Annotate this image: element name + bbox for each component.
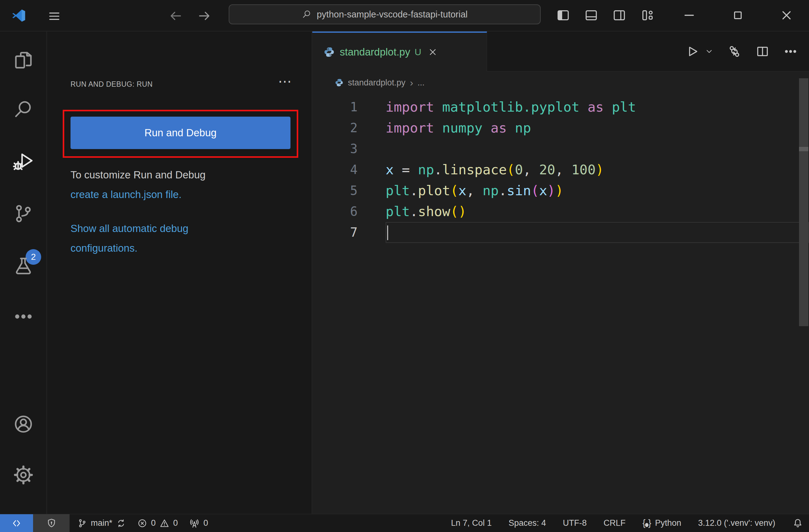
problems-item[interactable]: 0 0 [137,514,178,532]
editor-group: standardplot.py U [312,32,809,514]
shield-icon [46,518,57,529]
indentation-item[interactable]: Spaces: 4 [509,514,546,532]
python-file-icon-small [335,78,344,87]
toggle-secondary-sidebar-icon[interactable] [612,8,626,22]
breadcrumb-separator-icon: › [410,77,413,89]
code-line[interactable]: 1import matplotlib.pyplot as plt [312,97,809,118]
minimize-icon[interactable] [682,8,696,22]
code-text [385,139,809,159]
customize-paragraph: To customize Run and Debug create a laun… [70,165,206,204]
notifications-bell-icon[interactable] [792,518,803,529]
search-input[interactable]: python-sample-vscode-fastapi-tutorial [229,4,541,24]
line-number: 3 [312,139,358,159]
code-area[interactable]: 1import matplotlib.pyplot as plt2import … [312,94,809,514]
split-editor-icon[interactable] [755,44,770,59]
text-cursor [387,226,388,240]
tab-label: standardplot.py [340,46,410,58]
errors-count: 0 [151,518,156,528]
views-more-actions-icon[interactable]: ⋯ [278,74,292,88]
ports-count: 0 [203,518,208,528]
breadcrumb-more[interactable]: ... [417,78,425,88]
forward-arrow-icon[interactable] [197,9,211,23]
tab-modified-badge: U [415,47,421,57]
source-control-icon[interactable] [13,203,34,224]
line-number: 7 [312,222,358,243]
ports-item[interactable]: 0 [189,514,208,532]
language-mode-item[interactable]: {} Python [642,514,681,532]
code-text: plt.plot(x, np.sin(x)) [385,180,809,201]
branch-name: main* [91,518,112,528]
code-lines: 1import matplotlib.pyplot as plt2import … [312,97,809,243]
title-bar: python-sample-vscode-fastapi-tutorial [0,0,809,31]
remote-icon [11,518,22,529]
testing-icon[interactable] [13,255,34,277]
code-line[interactable]: 3 [312,139,809,159]
cursor-position-item[interactable]: Ln 7, Col 1 [451,514,492,532]
code-text [385,222,809,243]
toggle-panel-icon[interactable] [584,8,598,22]
code-text: x = np.linspace(0, 20, 100) [385,159,809,180]
run-dropdown-chevron-icon[interactable] [705,47,713,56]
breadcrumb-file[interactable]: standardplot.py [348,78,406,88]
branch-item[interactable]: main* [77,514,126,532]
activity-bar: 2 BR [0,32,47,514]
overview-ruler-marker [799,147,808,151]
search-icon [302,10,312,19]
breadcrumb[interactable]: standardplot.py › ... [312,71,809,94]
back-arrow-icon[interactable] [169,9,183,23]
code-line[interactable]: 6plt.show() [312,201,809,222]
line-number: 1 [312,97,358,118]
remote-indicator[interactable] [0,514,33,532]
eol-item[interactable]: CRLF [604,514,626,532]
line-number: 2 [312,118,358,139]
sidebar-title: RUN AND DEBUG: RUN [70,80,153,89]
code-line[interactable]: 2import numpy as np [312,118,809,139]
launch-json-link[interactable]: create a launch.json file. [70,184,206,204]
errors-icon [137,518,147,528]
status-bar: main* 0 0 0 Ln 7, [0,514,809,532]
encoding-item[interactable]: UTF-8 [563,514,587,532]
code-text: plt.show() [385,201,809,222]
run-debug-sidebar: RUN AND DEBUG: RUN ⋯ Run and Debug To cu… [47,32,312,514]
editor-more-actions-icon[interactable] [784,44,798,59]
show-all-paragraph: Show all automatic debug configurations. [70,218,188,258]
code-line[interactable]: 7 [312,222,809,243]
sync-icon [116,518,126,528]
run-and-debug-icon[interactable] [13,151,34,172]
tab-close-icon[interactable] [428,48,437,57]
toggle-primary-sidebar-icon[interactable] [556,8,570,22]
workspace-trust-item[interactable] [33,514,70,532]
code-line[interactable]: 5plt.plot(x, np.sin(x)) [312,180,809,201]
show-all-configs-link-line1[interactable]: Show all automatic debug [70,218,188,238]
code-line[interactable]: 4x = np.linspace(0, 20, 100) [312,159,809,180]
language-status-icon: {} [642,518,651,528]
radio-tower-icon [189,518,200,529]
code-text: import matplotlib.pyplot as plt [385,97,809,118]
close-window-icon[interactable] [779,8,794,22]
customize-layout-icon[interactable] [640,8,655,22]
show-all-configs-link-line2[interactable]: configurations. [70,238,188,258]
settings-gear-icon[interactable] [13,464,34,485]
tab-bar: standardplot.py U [312,32,809,71]
tab-standardplot[interactable]: standardplot.py U [312,32,487,71]
maximize-icon[interactable] [731,8,745,22]
more-views-icon[interactable] [13,306,34,327]
language-name: Python [655,518,682,528]
line-number: 5 [312,180,358,201]
vscode-logo-icon [11,8,26,23]
python-file-icon [324,47,335,58]
warnings-icon [159,518,169,528]
search-sidebar-icon[interactable] [13,99,34,120]
open-changes-icon[interactable] [727,44,742,59]
line-number: 4 [312,159,358,180]
search-value: python-sample-vscode-fastapi-tutorial [317,10,468,20]
run-python-file-icon[interactable] [685,44,699,59]
run-and-debug-button[interactable]: Run and Debug [70,117,291,149]
editor-scrollbar[interactable] [799,78,808,326]
menu-icon[interactable] [48,10,61,23]
customize-text: To customize Run and Debug [70,165,206,184]
python-interpreter-item[interactable]: 3.12.0 ('.venv': venv) [698,514,775,532]
explorer-icon[interactable] [13,50,34,71]
git-branch-icon [77,518,87,528]
account-icon[interactable] [13,413,34,435]
